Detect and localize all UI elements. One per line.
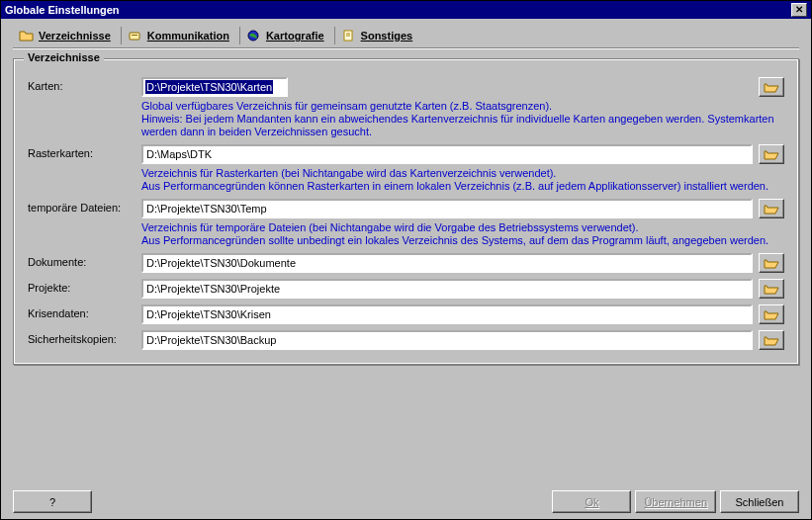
tab-sonstiges[interactable]: Sonstiges: [334, 27, 419, 44]
browse-button-krisendaten[interactable]: [759, 304, 784, 324]
apply-button[interactable]: Übernehmen: [635, 490, 716, 513]
tab-label: Kartografie: [266, 30, 324, 42]
close-button[interactable]: Schließen: [720, 490, 799, 513]
browse-button-temp[interactable]: [759, 199, 784, 218]
content: Verzeichnisse Kommunikation Kartografie …: [1, 19, 811, 519]
globe-icon: [246, 29, 262, 43]
input-rasterkarten[interactable]: [141, 144, 753, 164]
folder-icon: [19, 29, 35, 43]
footer: ? Ok Übernehmen Schließen: [13, 484, 799, 513]
folder-open-icon: [764, 203, 779, 216]
phone-icon: [128, 29, 143, 43]
input-projekte[interactable]: [141, 279, 753, 299]
svg-rect-1: [132, 35, 137, 36]
folder-open-icon: [764, 334, 779, 347]
label-krisendaten: Krisendaten:: [28, 304, 141, 319]
label-dokumente: Dokumente:: [28, 253, 141, 268]
folder-open-icon: [764, 308, 779, 321]
folder-open-icon: [764, 148, 779, 161]
label-karten: Karten:: [28, 77, 141, 92]
browse-button-karten[interactable]: [759, 77, 784, 97]
tab-verzeichnisse[interactable]: Verzeichnisse: [13, 27, 117, 44]
hint-temp: Verzeichnis für temporäre Dateien (bei N…: [141, 221, 784, 247]
tab-bar: Verzeichnisse Kommunikation Kartografie …: [13, 27, 799, 48]
browse-button-dokumente[interactable]: [759, 253, 784, 273]
svg-rect-0: [130, 33, 139, 40]
tab-kommunikation[interactable]: Kommunikation: [121, 27, 235, 44]
browse-button-rasterkarten[interactable]: [759, 144, 784, 164]
help-button[interactable]: ?: [13, 490, 92, 513]
folder-open-icon: [764, 283, 779, 296]
tab-label: Sonstiges: [361, 30, 413, 42]
input-krisendaten[interactable]: [141, 304, 753, 324]
folder-open-icon: [764, 257, 779, 270]
input-sicherheit[interactable]: [141, 330, 753, 350]
document-icon: [341, 29, 357, 43]
titlebar: Globale Einstellungen ✕: [1, 1, 811, 19]
hint-rasterkarten: Verzeichnis für Rasterkarten (bei Nichta…: [141, 167, 784, 193]
window-title: Globale Einstellungen: [5, 4, 120, 16]
folder-open-icon: [764, 81, 779, 94]
selection-highlight: D:\Projekte\TSN30\Karten: [145, 80, 273, 94]
label-temp: temporäre Dateien:: [28, 199, 141, 214]
ok-button[interactable]: Ok: [552, 490, 631, 513]
tab-label: Verzeichnisse: [39, 30, 111, 42]
hint-karten: Global verfügbares Verzeichnis für gemei…: [141, 100, 784, 138]
browse-button-projekte[interactable]: [759, 279, 784, 299]
label-rasterkarten: Rasterkarten:: [28, 144, 141, 159]
label-projekte: Projekte:: [28, 279, 141, 294]
close-icon[interactable]: ✕: [791, 3, 807, 17]
input-dokumente[interactable]: [141, 253, 753, 273]
tab-label: Kommunikation: [147, 30, 229, 42]
tab-kartografie[interactable]: Kartografie: [239, 27, 330, 44]
input-temp[interactable]: [141, 199, 753, 218]
window: Globale Einstellungen ✕ Verzeichnisse Ko…: [0, 0, 812, 520]
group-title: Verzeichnisse: [24, 51, 104, 63]
label-sicherheit: Sicherheitskopien:: [28, 330, 141, 345]
group-verzeichnisse: Verzeichnisse Karten: D:\Projekte\TSN30\…: [13, 58, 799, 365]
browse-button-sicherheit[interactable]: [759, 330, 784, 350]
